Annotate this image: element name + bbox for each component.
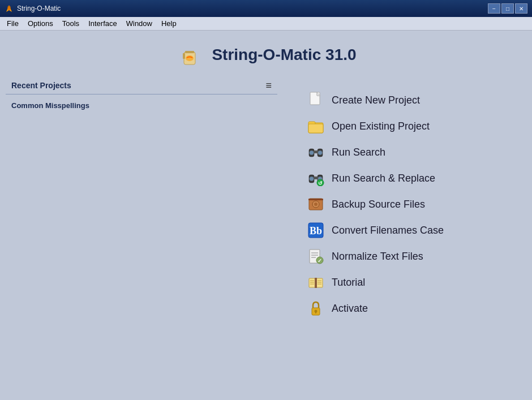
tutorial-icon: [307, 273, 325, 291]
recent-projects-menu-icon[interactable]: ≡: [265, 80, 272, 91]
svg-rect-26: [308, 199, 323, 200]
activate-label: Activate: [332, 303, 368, 315]
menu-window[interactable]: Window: [122, 18, 157, 29]
app-logo: [175, 41, 204, 69]
svg-rect-13: [314, 150, 318, 153]
maximize-button[interactable]: □: [501, 3, 514, 14]
action-create-new-project[interactable]: Create New Project: [300, 88, 481, 112]
run-search-replace-icon: ↺: [307, 169, 325, 187]
svg-point-14: [310, 150, 314, 155]
svg-rect-37: [315, 278, 317, 288]
svg-point-1: [7, 6, 11, 10]
action-open-existing-project[interactable]: Open Existing Project: [300, 114, 481, 138]
title-bar-text: String-O-Matic: [17, 5, 488, 12]
backup-source-files-icon: [307, 195, 325, 213]
app-header: String-O-Matic 31.0: [0, 31, 532, 77]
action-normalize-text-files[interactable]: ✓ Normalize Text Files: [300, 244, 481, 268]
title-bar-buttons: − □ ✕: [488, 3, 527, 14]
svg-point-15: [318, 150, 323, 155]
run-search-label: Run Search: [332, 147, 385, 158]
recent-projects-title: Recent Projects: [11, 81, 71, 90]
menu-bar: File Options Tools Interface Window Help: [0, 17, 532, 31]
svg-text:Bb: Bb: [310, 225, 322, 236]
action-convert-filenames-case[interactable]: Bb Convert Filenames Case: [300, 218, 481, 242]
menu-options[interactable]: Options: [23, 18, 58, 29]
svg-text:✓: ✓: [318, 258, 322, 264]
open-existing-project-icon: [307, 117, 325, 135]
svg-rect-10: [308, 124, 323, 133]
create-new-project-label: Create New Project: [332, 94, 420, 106]
svg-point-25: [314, 203, 318, 206]
title-bar: String-O-Matic − □ ✕: [0, 0, 532, 17]
run-search-icon: [307, 143, 325, 161]
left-panel: Recent Projects ≡ Common Misspellings: [6, 77, 277, 394]
minimize-button[interactable]: −: [488, 3, 500, 14]
svg-text:↺: ↺: [318, 180, 323, 186]
right-panel: Create New Project Open Existing Project: [277, 77, 526, 394]
app-title: String-O-Matic 31.0: [212, 46, 356, 64]
svg-point-19: [310, 177, 314, 181]
action-backup-source-files[interactable]: Backup Source Files: [300, 192, 481, 216]
tutorial-label: Tutorial: [332, 277, 365, 289]
normalize-text-files-icon: ✓: [307, 247, 325, 265]
run-search-replace-label: Run Search & Replace: [332, 173, 435, 184]
menu-file[interactable]: File: [2, 18, 23, 29]
action-run-search-replace[interactable]: ↺ Run Search & Replace: [300, 166, 481, 190]
recent-projects-header: Recent Projects ≡: [6, 77, 277, 94]
svg-rect-3: [185, 51, 194, 53]
app-icon: [5, 4, 14, 13]
action-run-search[interactable]: Run Search: [300, 140, 481, 164]
convert-filenames-case-label: Convert Filenames Case: [332, 225, 444, 236]
menu-interface[interactable]: Interface: [84, 18, 122, 29]
content-area: Recent Projects ≡ Common Misspellings Cr…: [0, 77, 532, 400]
svg-rect-4: [183, 53, 185, 59]
backup-source-files-label: Backup Source Files: [332, 199, 425, 210]
svg-rect-36: [316, 278, 323, 287]
activate-icon: [307, 299, 325, 317]
svg-rect-18: [314, 177, 318, 179]
svg-rect-46: [315, 311, 316, 313]
menu-tools[interactable]: Tools: [58, 18, 84, 29]
action-activate[interactable]: Activate: [300, 296, 481, 320]
create-new-project-icon: [307, 91, 325, 109]
action-tutorial[interactable]: Tutorial: [300, 270, 481, 294]
convert-filenames-case-icon: Bb: [307, 221, 325, 239]
svg-rect-35: [309, 278, 315, 287]
menu-help[interactable]: Help: [157, 18, 181, 29]
normalize-text-files-label: Normalize Text Files: [332, 251, 423, 263]
open-existing-project-label: Open Existing Project: [332, 121, 430, 132]
main-window: String-O-Matic 31.0 Recent Projects ≡ Co…: [0, 31, 532, 400]
close-button[interactable]: ✕: [515, 3, 527, 14]
recent-project-item[interactable]: Common Misspellings: [6, 99, 277, 112]
